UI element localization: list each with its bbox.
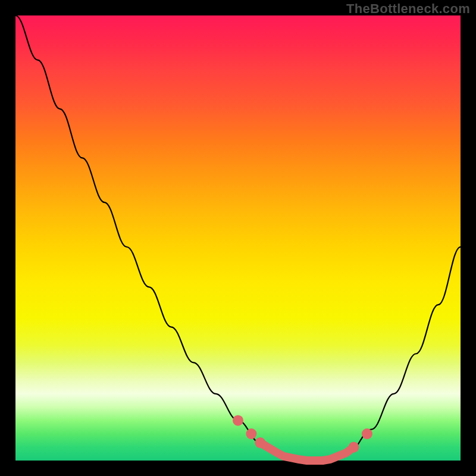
optimal-markers (233, 415, 372, 453)
plot-area (14, 14, 462, 462)
optimal-marker-dot (362, 428, 372, 439)
optimal-marker-dot (246, 428, 256, 439)
optimal-range-highlight (260, 443, 353, 461)
chart-canvas: TheBottleneck.com (0, 0, 476, 476)
bottleneck-curve-svg (15, 15, 461, 461)
optimal-marker-dot (255, 437, 265, 448)
bottleneck-curve (15, 15, 461, 461)
optimal-marker-dot (233, 415, 243, 426)
optimal-marker-dot (349, 442, 359, 453)
